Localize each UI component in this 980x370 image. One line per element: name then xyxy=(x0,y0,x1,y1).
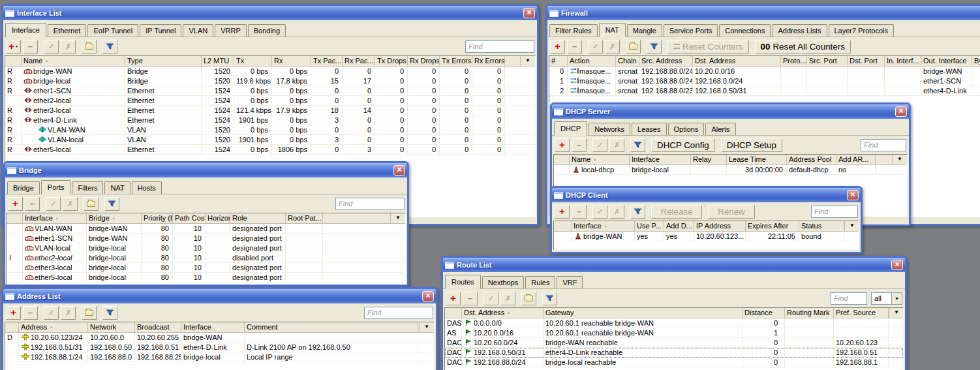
src-port-column-header[interactable]: Src. Port xyxy=(807,56,848,66)
bridge-port-row[interactable]: I ether2-local bridge-local 80 10 disabl… xyxy=(7,253,405,263)
reset-counters-button[interactable]: Reset Counters xyxy=(667,40,749,54)
interface-row[interactable]: R ether5-local Ethernet 1524 0 bps 1806 … xyxy=(5,145,535,155)
enable-button[interactable]: ✓ xyxy=(588,40,603,54)
column-chooser-button[interactable]: ▼ xyxy=(391,213,405,223)
path-cost-column-header[interactable]: Path Cost xyxy=(173,213,206,223)
tab-nat[interactable]: NAT xyxy=(599,23,626,37)
interface-row[interactable]: R VLAN-WAN VLAN 1520 0 bps 0 bps 0 0 0 0… xyxy=(5,125,535,135)
root-path-column-header[interactable]: Root Pat... xyxy=(286,213,323,223)
expires-after-column-header[interactable]: Expires After xyxy=(746,221,799,231)
enable-button[interactable]: ✓ xyxy=(483,292,498,305)
tab-ports[interactable]: Ports xyxy=(41,180,71,194)
tab-mangle[interactable]: Mangle xyxy=(627,24,662,37)
bridge-titlebar[interactable]: Bridge × xyxy=(5,163,407,177)
dhcp-setup-button[interactable]: DHCP Setup xyxy=(721,138,782,152)
route-filter-select[interactable]: all ▼ xyxy=(871,292,902,305)
network-column-header[interactable]: Network xyxy=(88,322,135,332)
disable-button[interactable]: ✗ xyxy=(609,205,624,219)
add-arp-column-header[interactable]: Add AR... xyxy=(836,155,876,164)
tab-hosts[interactable]: Hosts xyxy=(132,181,162,194)
tx-errors-column-header[interactable]: Tx Errors xyxy=(440,56,472,66)
tx-column-header[interactable]: Tx xyxy=(234,56,272,66)
out-interface-column-header[interactable]: Out. Interface xyxy=(921,56,972,66)
interface-row[interactable]: R ether3-local Ethernet 1524 121.4 kbps … xyxy=(5,106,535,116)
address-row[interactable]: D 10.20.60.123/24 10.20.60.0 10.20.60.25… xyxy=(5,333,434,343)
tx-drops-column-header[interactable]: Tx Drops xyxy=(375,56,408,66)
flags-column-header[interactable] xyxy=(5,322,19,332)
close-icon[interactable]: × xyxy=(523,8,535,18)
interface-row[interactable]: ether2-local Ethernet 1524 0 bps 0 bps 0… xyxy=(5,96,535,106)
chain-column-header[interactable]: Chain xyxy=(616,56,639,66)
column-chooser-button[interactable]: ▼ xyxy=(845,221,859,231)
add-button[interactable]: + xyxy=(6,306,21,320)
interface-column-header[interactable]: Interface▲ xyxy=(23,213,87,223)
disable-button[interactable]: ✗ xyxy=(605,40,620,54)
protocol-column-header[interactable]: Proto... xyxy=(781,56,807,66)
remove-button[interactable]: − xyxy=(463,292,478,305)
dhcp-config-button[interactable]: DHCP Config xyxy=(651,138,715,152)
distance-column-header[interactable]: Distance xyxy=(743,308,785,318)
address-pool-column-header[interactable]: Address Pool xyxy=(787,155,836,164)
close-icon[interactable]: × xyxy=(393,165,405,176)
add-button[interactable]: + xyxy=(555,138,570,152)
dhcp-server-titlebar[interactable]: DHCP Server × xyxy=(552,104,909,119)
interface-list-titlebar[interactable]: Interface List × xyxy=(3,6,537,20)
in-interface-column-header[interactable]: In. Interf... xyxy=(885,56,921,66)
tab-filter-rules[interactable]: Filter Rules xyxy=(549,24,598,37)
flags-column-header[interactable] xyxy=(554,221,572,231)
tab-routes[interactable]: Routes xyxy=(445,275,481,289)
name-column-header[interactable]: Name▲ xyxy=(22,56,125,66)
rx-packet-column-header[interactable]: Rx Pac... xyxy=(343,56,375,66)
reset-all-counters-button[interactable]: 00Reset All Counters xyxy=(755,40,851,54)
add-button[interactable]: + xyxy=(550,40,565,54)
interface-column-header[interactable]: Interface xyxy=(181,322,245,332)
tx-packet-column-header[interactable]: Tx Pac... xyxy=(311,56,343,66)
firewall-titlebar[interactable]: Firewall xyxy=(547,6,980,20)
route-row[interactable]: DAC 192.168.88.0/24 bridge-local reachab… xyxy=(445,358,903,367)
dst-address-column-header[interactable]: Dst. Address▲ xyxy=(462,308,544,318)
routing-mark-column-header[interactable]: Routing Mark xyxy=(785,308,834,318)
comment-button[interactable] xyxy=(82,40,97,54)
tab-bridge[interactable]: Bridge xyxy=(7,181,40,194)
filter-button[interactable] xyxy=(630,205,645,219)
route-row[interactable]: DAC 10.20.60.0/24 bridge-WAN reachable 0… xyxy=(445,338,903,348)
tab-address-lists[interactable]: Address Lists xyxy=(772,24,827,37)
lease-time-column-header[interactable]: Lease Time xyxy=(727,155,787,164)
close-icon[interactable]: × xyxy=(891,260,903,270)
add-button[interactable]: + xyxy=(8,197,23,211)
tab-options[interactable]: Options xyxy=(668,123,705,135)
dst-address-column-header[interactable]: Dst. Address xyxy=(693,56,781,66)
comment-column-header[interactable]: Comment xyxy=(245,322,418,332)
broadcast-column-header[interactable]: Broadcast xyxy=(135,322,181,332)
route-row[interactable]: DAC 192.168.0.50/31 ether4-D-Link reacha… xyxy=(445,348,903,358)
src-address-column-header[interactable]: Src. Address xyxy=(639,56,693,66)
firewall-rule-row[interactable]: 2 masque... srcnat 192.168.88.0/23 192.1… xyxy=(549,86,980,96)
tab-ip-tunnel[interactable]: IP Tunnel xyxy=(140,24,181,37)
bridge-port-row[interactable]: VLAN-local bridge-local 80 10 designated… xyxy=(7,243,405,253)
comment-button[interactable] xyxy=(626,40,641,54)
l2mtu-column-header[interactable]: L2 MTU xyxy=(202,56,234,66)
add-button[interactable]: + xyxy=(555,205,570,219)
tab-service-ports[interactable]: Service Ports xyxy=(664,24,718,37)
bridge-port-row[interactable]: ether1-SCN bridge-WAN 80 10 designated p… xyxy=(7,234,405,243)
status-column-header[interactable]: Status xyxy=(799,221,844,231)
tab-dhcp[interactable]: DHCP xyxy=(554,121,587,136)
enable-button[interactable]: ✓ xyxy=(44,306,59,320)
column-chooser-button[interactable]: ▼ xyxy=(889,308,904,318)
remove-button[interactable]: − xyxy=(25,197,40,211)
tab-alerts[interactable]: Alerts xyxy=(705,123,735,135)
column-chooser-button[interactable]: ▼ xyxy=(420,322,434,332)
disable-button[interactable]: ✗ xyxy=(61,40,76,54)
flags-column-header[interactable] xyxy=(5,56,22,66)
dhcp-client-row[interactable]: bridge-WAN yes yes 10.20.60.123... 22:11… xyxy=(554,232,859,241)
firewall-rule-row[interactable]: 1 masque... srcnat 192.168.88.0/24 192.1… xyxy=(549,76,980,86)
interface-column-header[interactable]: Interface▲ xyxy=(572,221,635,231)
address-row[interactable]: 192.168.0.51/31 192.168.0.50 192.168.0.5… xyxy=(5,343,434,352)
type-column-header[interactable]: Type xyxy=(125,56,202,66)
add-button[interactable]: + xyxy=(446,292,461,305)
route-row[interactable]: DAS 0.0.0.0/0 10.20.60.1 reachable bridg… xyxy=(445,318,903,328)
tab-leases[interactable]: Leases xyxy=(632,123,666,135)
tab-rules[interactable]: Rules xyxy=(525,276,555,288)
dhcp-client-titlebar[interactable]: DHCP Client × xyxy=(552,188,861,202)
tab-networks[interactable]: Networks xyxy=(589,123,630,135)
